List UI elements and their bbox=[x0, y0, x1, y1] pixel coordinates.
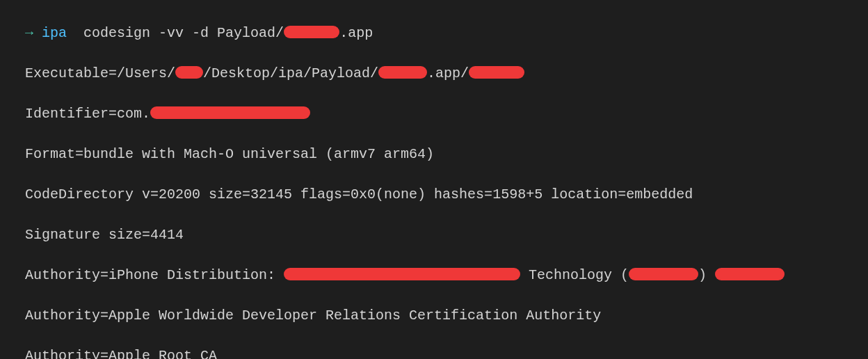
output-authority-2: Authority=Apple Worldwide Developer Rela… bbox=[8, 285, 860, 326]
output-format: Format=bundle with Mach-O universal (arm… bbox=[8, 124, 860, 164]
output-signature-size: Signature size=4414 bbox=[8, 205, 860, 245]
redaction-mark bbox=[715, 268, 785, 280]
output-executable: Executable=/Users//Desktop/ipa/Payload/.… bbox=[8, 43, 860, 83]
command-text: codesign -vv -d Payload/ bbox=[83, 25, 284, 41]
output-identifier: Identifier=com. bbox=[8, 83, 860, 124]
prompt-directory: ipa bbox=[42, 25, 67, 41]
output-authority-3: Authority=Apple Root CA bbox=[8, 326, 860, 359]
redaction-mark bbox=[284, 268, 520, 280]
redaction-mark bbox=[150, 106, 310, 119]
redaction-mark bbox=[175, 66, 203, 79]
command-suffix: .app bbox=[339, 25, 373, 41]
output-codedirectory: CodeDirectory v=20200 size=32145 flags=0… bbox=[8, 164, 860, 205]
redaction-mark bbox=[378, 66, 427, 79]
redaction-mark bbox=[469, 66, 524, 79]
redaction-mark bbox=[284, 26, 339, 38]
prompt-line-1[interactable]: → ipa codesign -vv -d Payload/.app bbox=[8, 3, 860, 43]
output-authority-1: Authority=iPhone Distribution: Technolog… bbox=[8, 245, 860, 285]
prompt-arrow: → bbox=[25, 25, 33, 41]
redaction-mark bbox=[629, 268, 698, 280]
